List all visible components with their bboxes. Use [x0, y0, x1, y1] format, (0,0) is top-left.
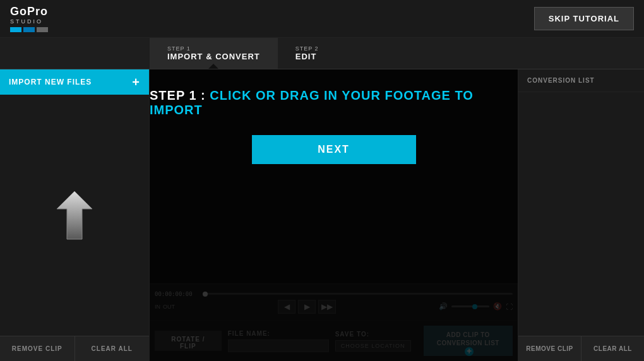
app-header: GoPro STUDIO SKIP TUTORIAL	[0, 0, 644, 38]
logo-blocks	[10, 27, 48, 32]
step-1-tab[interactable]: STEP 1 IMPORT & CONVERT	[150, 38, 278, 69]
right-sidebar-bottom: REMOVE CLIP CLEAR ALL	[518, 336, 644, 361]
tutorial-step-label: STEP 1 :	[150, 88, 210, 102]
main-layout: IMPORT NEW FILES + REMOVE CLIP	[0, 69, 644, 361]
right-clear-all-button[interactable]: CLEAR ALL	[581, 336, 644, 361]
logo-block-3	[37, 27, 48, 32]
tutorial-overlay: STEP 1 : CLICK OR DRAG IN YOUR FOOTAGE T…	[150, 69, 518, 361]
upload-arrow-icon	[56, 190, 93, 240]
tutorial-step-text: STEP 1 : CLICK OR DRAG IN YOUR FOOTAGE T…	[150, 88, 518, 117]
logo-studio: STUDIO	[10, 18, 48, 25]
logo-block-1	[10, 27, 21, 32]
center-content: STEP 1 : CLICK OR DRAG IN YOUR FOOTAGE T…	[150, 69, 518, 361]
step-2-tab[interactable]: STEP 2 EDIT	[278, 38, 337, 69]
conversion-list-header: CONVERSION LIST	[518, 69, 644, 92]
import-plus-icon: +	[132, 75, 140, 90]
sidebar-content	[0, 95, 149, 336]
logo-block-2	[23, 27, 35, 32]
next-button[interactable]: NEXT	[252, 135, 416, 164]
remove-clip-button[interactable]: REMOVE CLIP	[0, 336, 75, 361]
svg-marker-0	[57, 191, 92, 239]
steps-bar: STEP 1 IMPORT & CONVERT STEP 2 EDIT	[0, 38, 644, 69]
clear-all-button[interactable]: CLEAR ALL	[75, 336, 150, 361]
import-new-files-label: IMPORT NEW FILES	[9, 78, 92, 86]
step-2-num: STEP 2	[295, 45, 319, 52]
left-sidebar: IMPORT NEW FILES + REMOVE CLIP	[0, 69, 150, 361]
right-sidebar: CONVERSION LIST REMOVE CLIP CLEAR ALL	[518, 69, 644, 361]
logo-text: GoPro	[10, 6, 48, 17]
conversion-list-content	[518, 92, 644, 336]
right-remove-clip-button[interactable]: REMOVE CLIP	[518, 336, 581, 361]
gopro-logo: GoPro STUDIO	[10, 6, 48, 32]
step-2-name: EDIT	[295, 52, 319, 61]
import-new-files-button[interactable]: IMPORT NEW FILES +	[0, 69, 149, 95]
step-1-num: STEP 1	[167, 45, 260, 52]
skip-tutorial-button[interactable]: SKIP TUTORIAL	[534, 7, 634, 30]
sidebar-bottom: REMOVE CLIP CLEAR ALL	[0, 336, 149, 361]
step-1-name: IMPORT & CONVERT	[167, 52, 260, 61]
